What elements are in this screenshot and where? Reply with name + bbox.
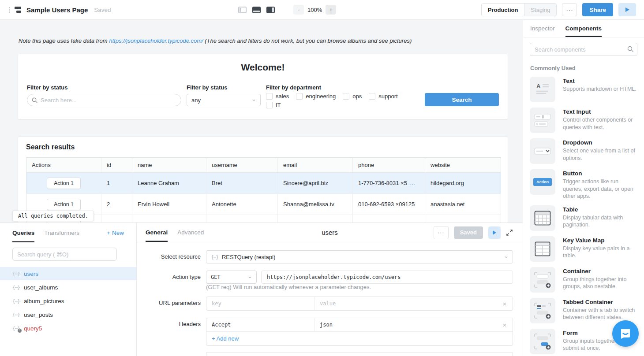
query-status-toast: All queries completed.: [12, 211, 94, 221]
param-value-input[interactable]: [315, 297, 497, 310]
tab-general[interactable]: General: [146, 223, 168, 242]
checkbox-icon[interactable]: [266, 93, 273, 100]
tab-transformers[interactable]: Transformers: [44, 223, 79, 242]
search-button[interactable]: Search: [425, 93, 499, 106]
url-parameters-group: ×: [206, 297, 513, 311]
query-search-input[interactable]: [12, 248, 117, 261]
component-list: A TextSupports markdown or HTML. Text In…: [530, 77, 638, 354]
env-staging[interactable]: Staging: [524, 4, 556, 16]
resource-dropdown[interactable]: {⋯} RESTQuery (restapi): [206, 250, 513, 263]
col-username[interactable]: username: [206, 158, 278, 173]
query-editor: General Advanced users ··· Saved Select …: [137, 223, 523, 356]
row-action-button[interactable]: Action 1: [47, 178, 81, 189]
add-new-header-button[interactable]: + Add new: [212, 335, 239, 342]
app-title: Sample Users Page: [26, 6, 88, 14]
query-more-button[interactable]: ···: [434, 226, 449, 239]
zoom-in-button[interactable]: +: [326, 5, 336, 15]
col-name[interactable]: name: [132, 158, 206, 173]
chevron-down-icon: [248, 275, 252, 279]
header-key-input[interactable]: [206, 318, 314, 331]
table-row[interactable]: Action 1 3 Clementine Bauch Samantha Nat…: [26, 215, 501, 223]
toggle-right-panel-icon[interactable]: [266, 7, 275, 13]
col-website[interactable]: website: [425, 158, 501, 173]
tab-inspector[interactable]: Inspector: [530, 20, 555, 37]
tab-components[interactable]: Components: [565, 20, 602, 37]
row-action-button[interactable]: Action 1: [47, 199, 81, 210]
zoom-out-button[interactable]: -: [293, 5, 304, 15]
checkbox-sales[interactable]: sales: [266, 93, 289, 100]
checkbox-icon[interactable]: [369, 93, 375, 100]
tab-advanced[interactable]: Advanced: [177, 223, 204, 242]
chat-launcher-button[interactable]: [612, 320, 639, 347]
expand-icon[interactable]: [506, 229, 513, 236]
method-dropdown[interactable]: GET: [206, 271, 257, 284]
component-dropdown[interactable]: DropdownSelect one value from a list of …: [530, 138, 638, 164]
checkbox-ops[interactable]: ops: [343, 93, 362, 100]
component-text[interactable]: A TextSupports markdown or HTML.: [530, 77, 638, 102]
drag-handle-icon[interactable]: [9, 7, 10, 13]
remove-row-icon[interactable]: ×: [497, 297, 513, 310]
query-item-user-posts[interactable]: {⋯}user_posts: [0, 308, 136, 321]
checkbox-icon[interactable]: [296, 93, 303, 100]
users-table: Actions id name username email phone web…: [26, 157, 501, 222]
col-email[interactable]: email: [278, 158, 353, 173]
search-icon: [627, 46, 633, 52]
cell-username: Bret: [206, 173, 278, 194]
form-component-icon: [530, 329, 555, 354]
pages-icon[interactable]: [15, 7, 22, 13]
status-dropdown[interactable]: any: [187, 94, 261, 106]
filter-status2-label: Filter by status: [187, 84, 227, 91]
note-link[interactable]: https://jsonplaceholder.typicode.com/: [109, 37, 203, 44]
checkbox-engineering[interactable]: engineering: [296, 93, 336, 100]
checkbox-icon[interactable]: [266, 102, 273, 108]
component-container[interactable]: ContainerGroup things together into grou…: [530, 267, 638, 293]
header-value-input[interactable]: [315, 318, 497, 331]
checkbox-it[interactable]: IT: [266, 102, 281, 108]
component-key-value-map[interactable]: Key Value MapDisplay key value pairs in …: [530, 236, 638, 262]
url-input[interactable]: [261, 271, 513, 284]
filter-status-label: Filter by status: [27, 84, 67, 91]
component-table[interactable]: TableDisplay tabular data with paginatio…: [530, 205, 638, 231]
cell-website: anastasia.net: [425, 194, 501, 215]
select-resource-label: Select resource: [146, 250, 201, 260]
table-component-icon: [530, 205, 555, 231]
checkbox-icon[interactable]: [343, 93, 349, 100]
braces-icon: {⋯}: [211, 254, 218, 260]
table-row[interactable]: Action 1 1 Leanne Graham Bret Sincere@ap…: [26, 173, 501, 194]
status-search-input[interactable]: [41, 97, 176, 104]
toggle-bottom-panel-icon[interactable]: [252, 7, 261, 13]
tab-queries[interactable]: Queries: [12, 223, 34, 242]
component-tabbed-container[interactable]: Tabbed ContainerContainer with a tab to …: [530, 298, 638, 323]
checkbox-support[interactable]: support: [369, 93, 397, 100]
new-query-button[interactable]: + New: [107, 230, 124, 236]
query-item-query5[interactable]: {⋯}!query5: [0, 322, 136, 335]
query-list: {⋯}users {⋯}user_albums {⋯}album_picture…: [0, 267, 136, 335]
cell-website: hildegard.org: [425, 173, 501, 194]
text-component-icon: A: [530, 77, 555, 102]
env-production[interactable]: Production: [482, 4, 525, 16]
col-actions[interactable]: Actions: [26, 158, 101, 173]
col-phone[interactable]: phone: [353, 158, 425, 173]
query-run-button[interactable]: [488, 226, 501, 239]
toggle-left-panel-icon[interactable]: [238, 7, 247, 13]
components-search-input[interactable]: [530, 43, 637, 56]
table-row[interactable]: Action 1 2 Ervin Howell Antonette Shanna…: [26, 194, 501, 215]
share-button[interactable]: Share: [582, 3, 613, 16]
status-search-field[interactable]: [27, 94, 181, 106]
query-item-album-pictures[interactable]: {⋯}album_pictures: [0, 294, 136, 308]
cell-username: Samantha: [206, 215, 278, 223]
query-item-users[interactable]: {⋯}users: [0, 267, 136, 280]
queries-panel: Queries Transformers + New {⋯}users {⋯}u…: [0, 223, 137, 356]
run-note: (GET req) Will run automatically wheneve…: [206, 284, 513, 290]
col-id[interactable]: id: [101, 158, 132, 173]
param-key-input[interactable]: [206, 297, 314, 310]
query-item-user-albums[interactable]: {⋯}user_albums: [0, 281, 136, 294]
right-sidebar: Inspector Components Commonly Used A Tex…: [523, 20, 644, 356]
remove-row-icon[interactable]: ×: [497, 318, 513, 331]
component-button[interactable]: Action ButtonTrigger actions like run qu…: [530, 169, 638, 200]
cell-phone: 1-463-123-4447: [353, 215, 425, 223]
component-text-input[interactable]: Text InputControl other components or qu…: [530, 108, 638, 133]
cell-overflow-ellipsis[interactable]: …: [410, 180, 415, 186]
more-options-button[interactable]: ···: [562, 3, 577, 16]
preview-run-button[interactable]: [618, 3, 636, 16]
